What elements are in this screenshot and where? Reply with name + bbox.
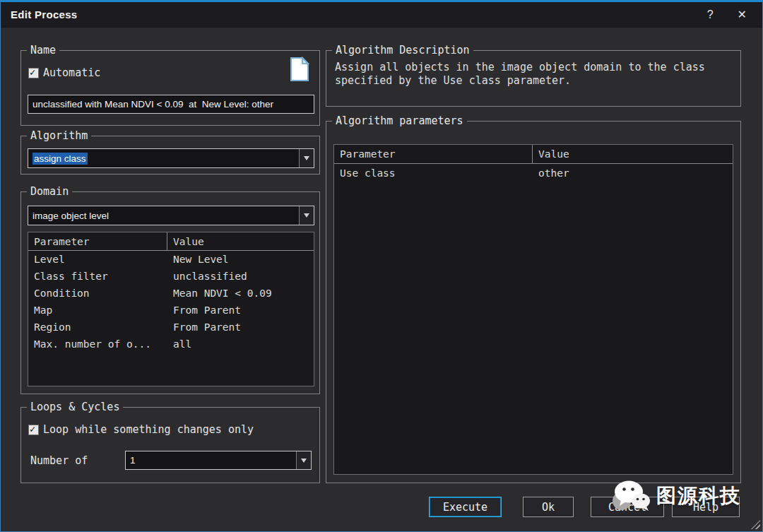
name-group-legend: Name <box>27 44 59 57</box>
param-cell: Class filter <box>28 268 167 285</box>
resize-grip[interactable] <box>751 520 760 529</box>
close-icon[interactable]: ✕ <box>738 9 747 20</box>
number-of-value: 1 <box>130 455 136 466</box>
table-header-row: Parameter Value <box>28 232 314 251</box>
param-cell: Use class <box>334 164 533 182</box>
name-group: Name Automatic unclassified with Mean ND… <box>20 50 320 126</box>
parameters-group-legend: Algorithm parameters <box>332 114 467 127</box>
cancel-button[interactable]: Cancel <box>591 497 664 517</box>
loop-checkbox[interactable] <box>28 425 39 435</box>
loop-label: Loop while something changes only <box>43 423 254 436</box>
table-row[interactable]: Class filter unclassified <box>28 268 314 285</box>
titlebar[interactable]: Edit Process ? ✕ <box>1 2 762 28</box>
process-name-value: unclassified with Mean NDVI < 0.09 at Ne… <box>32 99 273 110</box>
table-row[interactable]: Level New Level <box>28 251 314 268</box>
param-cell: Max. number of o... <box>28 336 167 353</box>
loop-checkbox-row[interactable]: Loop while something changes only <box>28 423 254 436</box>
automatic-checkbox[interactable] <box>28 68 39 78</box>
param-cell: Level <box>28 251 167 268</box>
domain-dropdown[interactable]: image object level <box>28 206 314 225</box>
domain-selected: image object level <box>32 211 109 221</box>
domain-group: Domain image object level Parameter Valu… <box>20 191 320 394</box>
table-row[interactable]: Condition Mean NDVI < 0.09 <box>28 285 314 302</box>
value-cell: From Parent <box>167 302 314 319</box>
help-icon[interactable]: ? <box>707 9 714 20</box>
column-header: Parameter <box>334 145 533 163</box>
execute-button[interactable]: Execute <box>429 497 502 517</box>
loops-group: Loops & Cycles Loop while something chan… <box>20 407 320 483</box>
value-cell: Mean NDVI < 0.09 <box>167 285 314 302</box>
param-cell: Map <box>28 302 167 319</box>
algorithm-dropdown[interactable]: assign class <box>28 148 314 168</box>
algorithm-description-text: Assign all objects in the image object d… <box>335 61 732 88</box>
number-of-dropdown[interactable]: 1 <box>125 451 312 470</box>
column-header: Value <box>167 232 314 250</box>
chevron-down-icon[interactable] <box>296 451 311 469</box>
algorithm-parameter-table[interactable]: Parameter Value Use class other <box>333 144 733 475</box>
algorithm-selected: assign class <box>32 153 88 165</box>
param-cell: Condition <box>28 285 167 302</box>
number-of-label: Number of <box>30 454 88 467</box>
automatic-checkbox-row[interactable]: Automatic <box>28 66 100 79</box>
table-row[interactable]: Region From Parent <box>28 319 314 336</box>
description-group-legend: Algorithm Description <box>332 44 473 57</box>
chevron-down-icon[interactable] <box>299 206 314 225</box>
param-cell: Region <box>28 319 167 336</box>
value-cell: From Parent <box>167 319 314 336</box>
value-cell: other <box>533 164 733 182</box>
column-header: Value <box>533 145 733 163</box>
parameters-group: Algorithm parameters Parameter Value Use… <box>326 121 741 483</box>
window-title: Edit Process <box>1 8 77 20</box>
table-row[interactable]: Map From Parent <box>28 302 314 319</box>
domain-group-legend: Domain <box>27 185 72 198</box>
domain-parameter-table[interactable]: Parameter Value Level New Level Class fi… <box>28 232 314 386</box>
table-header-row: Parameter Value <box>334 145 733 164</box>
table-row[interactable]: Use class other <box>334 164 733 182</box>
automatic-label: Automatic <box>43 66 100 79</box>
table-row[interactable]: Max. number of o... all <box>28 336 314 353</box>
process-name-input[interactable]: unclassified with Mean NDVI < 0.09 at Ne… <box>28 95 314 114</box>
edit-process-dialog: Edit Process ? ✕ Name Automatic unclassi… <box>0 0 763 532</box>
loops-group-legend: Loops & Cycles <box>27 401 123 413</box>
value-cell: all <box>167 336 314 353</box>
ok-button[interactable]: Ok <box>523 497 574 517</box>
algorithm-group: Algorithm assign class <box>20 136 320 175</box>
chevron-down-icon[interactable] <box>299 149 314 167</box>
description-group: Algorithm Description Assign all objects… <box>326 50 741 107</box>
column-header: Parameter <box>28 232 167 250</box>
help-button[interactable]: Help <box>672 497 740 517</box>
algorithm-group-legend: Algorithm <box>27 129 91 142</box>
value-cell: unclassified <box>167 268 314 285</box>
value-cell: New Level <box>167 251 314 268</box>
document-icon[interactable] <box>290 57 309 82</box>
